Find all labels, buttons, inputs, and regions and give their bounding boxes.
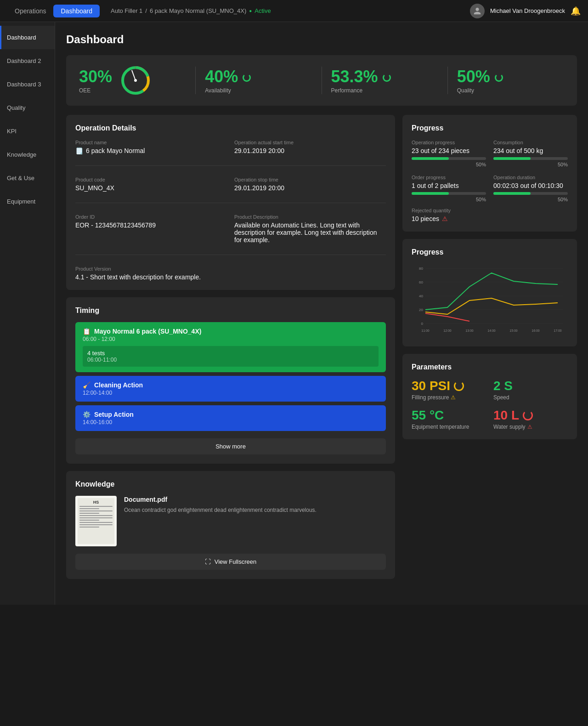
- svg-text:14:00: 14:00: [487, 329, 496, 332]
- field-divider-1: [75, 165, 386, 166]
- timing-item-1-icon: 🧹: [83, 381, 90, 389]
- consumption-label: Consumption: [493, 140, 568, 145]
- kpi-availability: 40% Availability: [205, 67, 312, 94]
- sidebar-item-knowledge[interactable]: Knowledge: [0, 143, 55, 166]
- knowledge-title: Knowledge: [75, 480, 386, 488]
- show-more-button[interactable]: Show more: [75, 438, 386, 454]
- operation-details-card: Operation Details Product name 🗒️ 6 pack…: [66, 115, 395, 290]
- performance-spinner-icon: [383, 74, 391, 82]
- doc-info: Document.pdf Ocean contradict god enligh…: [124, 496, 386, 514]
- oee-container: 30% OEE: [79, 64, 186, 96]
- op-duration-label: Operation duration: [493, 175, 568, 180]
- speed-label: Speed: [493, 394, 568, 401]
- sidebar-item-dashboard2[interactable]: Dashboard 2: [0, 49, 55, 73]
- sidebar-item-kpi[interactable]: KPI: [0, 119, 55, 143]
- speed-value: 2 S: [493, 379, 568, 393]
- params-grid: 30 PSI Filling pressure ⚠ 2 S: [412, 379, 568, 430]
- svg-text:20: 20: [419, 308, 423, 312]
- consumption-pct: 50%: [493, 162, 568, 167]
- oee-value: 30%: [79, 67, 112, 86]
- timing-item-0: 📋 Mayo Normal 6 pack (SU_MNO_4X) 06:00 -…: [75, 322, 386, 372]
- svg-line-4: [132, 70, 136, 80]
- order-progress-item: Order progress 1 out of 2 pallets 50%: [412, 175, 486, 202]
- timing-item-2-icon: ⚙️: [83, 411, 90, 418]
- kpi-row: 30% OEE: [66, 55, 577, 106]
- doc-thumb-inner: HS: [78, 498, 114, 544]
- op-duration-bar-bg: [493, 192, 568, 195]
- timing-item-0-sub: 4 tests 06:00-11:00: [83, 346, 379, 367]
- equipment-temp-param: 55 °C Equipment temperature: [412, 408, 486, 430]
- op-duration-item: Operation duration 00:02:03 out of 00:10…: [493, 175, 568, 202]
- doc-thumbnail: HS: [75, 496, 117, 546]
- svg-text:15:00: 15:00: [509, 329, 518, 332]
- kpi-divider-2: [322, 67, 322, 94]
- rejected-icon: ⚠: [442, 215, 448, 222]
- sidebar-item-dashboard3[interactable]: Dashboard 3: [0, 73, 55, 96]
- op-progress-bar-fill: [412, 157, 449, 160]
- rejected-quantity-section: Rejected quantity 10 pieces ⚠: [412, 208, 568, 222]
- app-body: Dashboard Dashboard 2 Dashboard 3 Qualit…: [0, 22, 588, 605]
- stop-time-label: Operation stop time: [234, 177, 386, 182]
- order-progress-value: 1 out of 2 pallets: [412, 182, 486, 189]
- top-nav-right: Michael Van Droogenbroeck 🔔: [470, 4, 581, 18]
- product-icon: 🗒️: [75, 147, 83, 154]
- svg-text:40: 40: [419, 294, 423, 298]
- product-version-field: Product Version 4.1 - Short text with de…: [75, 266, 227, 281]
- kpi-performance: 53.3% Performance: [331, 67, 438, 94]
- parameters-card: Parameters 30 PSI Filling pressure ⚠: [402, 354, 577, 439]
- field-divider-2: [75, 203, 386, 203]
- svg-text:0: 0: [421, 322, 424, 326]
- product-code-field: Product code SU_MNO_4X: [75, 177, 227, 192]
- knowledge-doc: HS: [75, 496, 386, 546]
- view-fullscreen-button[interactable]: ⛶ View Fullscreen: [75, 554, 386, 570]
- sidebar: Dashboard Dashboard 2 Dashboard 3 Qualit…: [0, 22, 55, 605]
- op-duration-bar-fill: [493, 192, 531, 195]
- op-duration-value: 00:02:03 out of 00:10:30: [493, 182, 568, 189]
- product-name-value: 🗒️ 6 pack Mayo Normal: [75, 147, 227, 154]
- operations-button[interactable]: Operations: [7, 5, 53, 17]
- chart-title: Progress: [412, 248, 568, 256]
- svg-text:60: 60: [419, 280, 423, 284]
- order-id-value: EOR - 12345678123456789: [75, 221, 227, 229]
- order-progress-bar-bg: [412, 192, 486, 195]
- doc-line-7: [79, 520, 99, 521]
- product-name-field: Product name 🗒️ 6 pack Mayo Normal: [75, 140, 227, 154]
- dashboard-button[interactable]: Dashboard: [53, 5, 100, 17]
- water-supply-error-icon: ⚠: [527, 424, 532, 430]
- availability-spinner-icon: [243, 74, 251, 82]
- kpi-quality: 50% Quality: [457, 67, 564, 94]
- kpi-oee: 30% OEE: [79, 64, 186, 96]
- sidebar-item-equipment[interactable]: Equipment: [0, 190, 55, 213]
- sidebar-item-dashboard[interactable]: Dashboard: [0, 26, 55, 49]
- performance-value: 53.3%: [331, 67, 438, 86]
- doc-line-2: [79, 508, 99, 509]
- breadcrumb: Auto Filler 1 / 6 pack Mayo Normal (SU_M…: [111, 7, 271, 14]
- status-dot: ●: [249, 8, 252, 13]
- chart-area: 80 60 40 20 0 11:00 12:00 13:00 14:00 15…: [412, 264, 568, 337]
- timing-item-1: 🧹 Cleaning Action 12:00-14:00: [75, 376, 386, 402]
- product-version-label: Product Version: [75, 266, 227, 272]
- notification-bell[interactable]: 🔔: [571, 6, 581, 16]
- timing-title: Timing: [75, 306, 386, 315]
- op-progress-bar-bg: [412, 157, 486, 160]
- quality-label: Quality: [457, 87, 564, 94]
- progress-title: Progress: [412, 124, 568, 132]
- timing-item-2: ⚙️ Setup Action 14:00-16:00: [75, 405, 386, 431]
- order-progress-label: Order progress: [412, 175, 486, 180]
- doc-desc: Ocean contradict god enlightenment dead …: [124, 506, 386, 514]
- doc-line-1: [79, 506, 113, 507]
- water-supply-value: 10 L: [493, 408, 568, 423]
- product-desc-field: Product Description Available on Automat…: [234, 214, 386, 244]
- timing-item-2-time: 14:00-16:00: [83, 419, 379, 425]
- filling-pressure-param: 30 PSI Filling pressure ⚠: [412, 379, 486, 401]
- sidebar-item-quality[interactable]: Quality: [0, 96, 55, 119]
- product-desc-value: Available on Automatic Lines. Long text …: [234, 221, 386, 244]
- order-id-label: Order ID: [75, 214, 227, 220]
- quality-value: 50%: [457, 67, 564, 86]
- sidebar-item-get-use[interactable]: Get & Use: [0, 166, 55, 190]
- breadcrumb-machine[interactable]: Auto Filler 1: [111, 7, 142, 14]
- availability-label: Availability: [205, 87, 312, 94]
- timing-card: Timing 📋 Mayo Normal 6 pack (SU_MNO_4X) …: [66, 297, 395, 464]
- product-version-value: 4.1 - Short text with description for ex…: [75, 273, 227, 281]
- operation-details-grid: Product name 🗒️ 6 pack Mayo Normal Opera…: [75, 140, 386, 281]
